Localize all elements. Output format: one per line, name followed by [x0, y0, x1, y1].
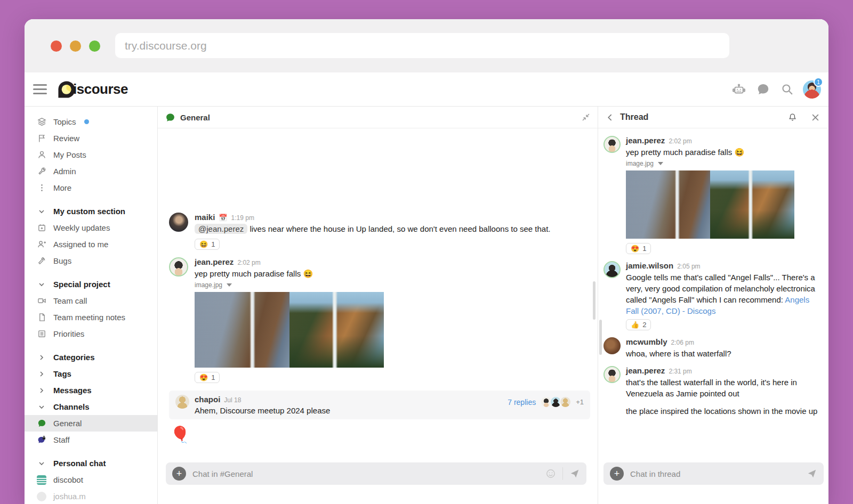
browser-titlebar: try.discourse.org: [25, 19, 828, 72]
attachment-toggle[interactable]: image.jpg: [626, 160, 794, 167]
message-username[interactable]: jean.perez: [626, 366, 665, 375]
sidebar-section-messages[interactable]: Messages: [25, 382, 157, 399]
avatar[interactable]: [603, 366, 621, 383]
user-avatar[interactable]: 1: [803, 80, 821, 99]
send-icon[interactable]: [807, 468, 817, 479]
sidebar-item-staff[interactable]: Staff: [25, 432, 157, 448]
chat-icon[interactable]: [755, 82, 771, 97]
sidebar-item-general[interactable]: General: [25, 415, 157, 432]
replies-link[interactable]: 7 replies: [508, 398, 536, 407]
bell-icon[interactable]: [787, 112, 798, 123]
message-username[interactable]: jean.perez: [195, 257, 234, 266]
avatar: [175, 395, 189, 409]
scrollbar[interactable]: [599, 320, 602, 355]
minimize-window-button[interactable]: [70, 40, 81, 52]
avatar: [559, 396, 572, 408]
section-title: Personal chat: [53, 459, 106, 468]
message-username[interactable]: jean.perez: [626, 136, 665, 145]
user-mention[interactable]: @jean.perez: [195, 224, 247, 234]
sidebar-item-team-call[interactable]: Team call: [25, 292, 157, 309]
sidebar-item-label: Team meeting notes: [53, 313, 125, 322]
sidebar-section-channels[interactable]: Channels: [25, 399, 157, 415]
image-attachment-group: [195, 292, 384, 368]
url-bar[interactable]: try.discourse.org: [115, 33, 729, 58]
reaction-emoji: 😍: [631, 245, 639, 253]
waterfall-image-2[interactable]: [710, 170, 794, 239]
balloon-emoji-message: 🎈: [170, 427, 598, 443]
sidebar-section-personal-chat[interactable]: Personal chat: [25, 455, 157, 472]
reaction-pill[interactable]: 😍 1: [195, 372, 220, 383]
thread-composer[interactable]: + Chat in thread: [603, 462, 824, 485]
attach-plus-button[interactable]: +: [172, 467, 186, 481]
sidebar-item-label: Assigned to me: [53, 240, 108, 249]
avatar[interactable]: [169, 257, 188, 277]
waterfall-image-1[interactable]: [195, 292, 289, 368]
channel-panel: General maiki 📅 1:19 pm @jean.pe: [157, 107, 598, 504]
scrollbar[interactable]: [593, 281, 596, 320]
sidebar-item-assigned-to-me[interactable]: Assigned to me: [25, 236, 157, 253]
message-text: whoa, where is that waterfall?: [626, 348, 731, 359]
attachment-filename: image.jpg: [626, 160, 654, 167]
sidebar-section-my-custom-section[interactable]: My custom section: [25, 203, 157, 220]
sidebar-item-my-posts[interactable]: My Posts: [25, 147, 157, 163]
attach-plus-button[interactable]: +: [610, 467, 624, 481]
section-title: Tags: [53, 369, 71, 378]
sidebar-item-review[interactable]: Review: [25, 130, 157, 147]
search-icon[interactable]: [779, 82, 795, 97]
sidebar-item-label: Admin: [53, 167, 76, 176]
sidebar-section-tags[interactable]: Tags: [25, 365, 157, 382]
thread-title: Thread: [620, 112, 648, 122]
maximize-window-button[interactable]: [89, 40, 100, 52]
composer-placeholder[interactable]: Chat in #General: [192, 469, 539, 478]
sidebar-item-weekly-updates[interactable]: Weekly updates: [25, 220, 157, 236]
reaction-pill[interactable]: 😆 1: [195, 239, 220, 250]
sidebar-item-more[interactable]: More: [25, 180, 157, 196]
back-chevron-icon[interactable]: [607, 114, 614, 121]
chevron-down-icon: [658, 162, 663, 165]
thread-summary-card[interactable]: chapoi Jul 18 Ahem, Discourse meetup 202…: [169, 391, 590, 419]
sidebar-item-admin[interactable]: Admin: [25, 163, 157, 180]
hamburger-menu-icon[interactable]: [33, 84, 47, 94]
waterfall-image-1[interactable]: [626, 170, 710, 239]
sidebar-item-joshua-m[interactable]: joshua.m: [25, 488, 157, 504]
message-username[interactable]: jamie.wilson: [626, 261, 673, 270]
avatar[interactable]: [603, 337, 621, 354]
sidebar-item-bugs[interactable]: Bugs: [25, 253, 157, 269]
message-username[interactable]: maiki: [195, 213, 215, 222]
close-window-button[interactable]: [51, 40, 62, 52]
thread-original-message: Ahem, Discourse meetup 2024 please: [195, 406, 502, 415]
message-text: @jean.perez lives near where the house i…: [195, 223, 551, 234]
sidebar-item-topics[interactable]: Topics: [25, 113, 157, 130]
waterfall-image-2[interactable]: [289, 292, 384, 368]
app-navbar: iscourse: [25, 72, 828, 107]
discourse-logo[interactable]: iscourse: [58, 80, 128, 99]
bot-icon[interactable]: [731, 82, 747, 97]
reaction-pill[interactable]: 😍 1: [626, 243, 651, 254]
close-icon[interactable]: [811, 113, 819, 121]
emoji-picker-icon[interactable]: [545, 468, 556, 479]
traffic-lights: [51, 40, 100, 52]
send-icon[interactable]: [569, 468, 580, 479]
sidebar-section-special-project[interactable]: Special project: [25, 276, 157, 292]
channel-bubble-icon: [37, 419, 46, 428]
reaction-pill[interactable]: 👍 2: [626, 319, 651, 330]
sidebar-item-discobot[interactable]: discobot: [25, 472, 157, 488]
thread-header: Thread: [598, 107, 828, 128]
attachment-toggle[interactable]: image.jpg: [195, 281, 384, 289]
sidebar-section-categories[interactable]: Categories: [25, 349, 157, 365]
chevron-down-icon: [37, 460, 46, 467]
message-time: 2:02 pm: [237, 259, 260, 266]
avatar[interactable]: [603, 261, 621, 278]
sidebar-item-priorities[interactable]: Priorities: [25, 326, 157, 342]
discobot-avatar: [37, 475, 46, 485]
avatar[interactable]: [603, 136, 621, 153]
composer-placeholder[interactable]: Chat in thread: [630, 469, 800, 478]
sidebar-item-team-meeting-notes[interactable]: Team meeting notes: [25, 309, 157, 326]
channel-composer[interactable]: + Chat in #General: [166, 462, 586, 485]
reaction-count: 1: [211, 373, 215, 381]
chat-message: jamie.wilson 2:05 pm Google tells me tha…: [598, 261, 828, 330]
avatar[interactable]: [169, 213, 188, 232]
message-username[interactable]: mcwumbly: [626, 337, 667, 346]
collapse-icon[interactable]: [582, 113, 590, 121]
message-time: 1:19 pm: [231, 214, 254, 222]
